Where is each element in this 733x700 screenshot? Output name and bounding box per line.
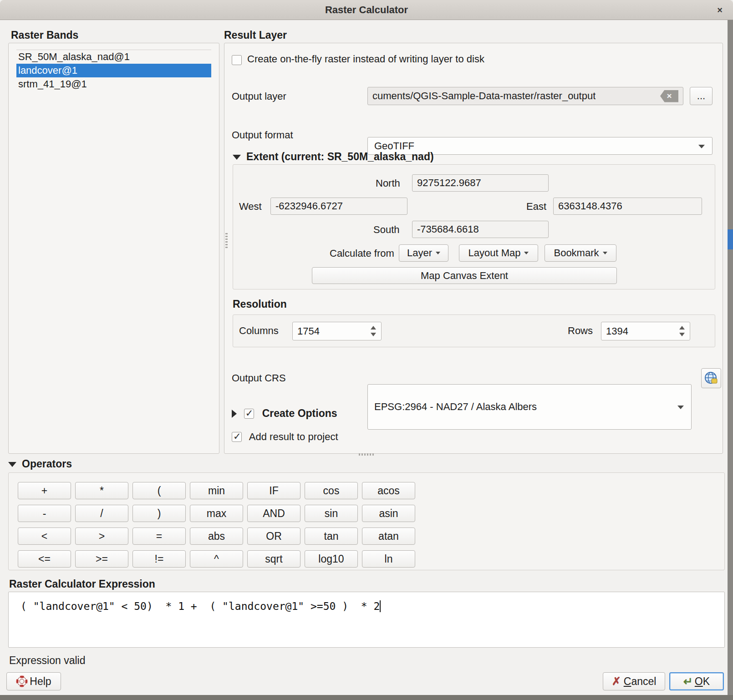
list-item-selected[interactable]: landcover@1 (16, 64, 211, 77)
x-icon: ✗ (612, 675, 621, 688)
raster-bands-heading: Raster Bands (11, 29, 78, 41)
output-format-label: Output format (232, 129, 293, 141)
operator-button[interactable]: ) (132, 505, 186, 522)
operator-button[interactable]: ( (132, 482, 186, 499)
extent-box: North 9275122.9687 West -6232946.6727 Ea… (233, 164, 715, 289)
east-label: East (526, 201, 546, 213)
spinner-arrows-icon[interactable] (367, 324, 379, 338)
window-bottom-edge (0, 695, 733, 700)
ok-label-rest: K (703, 675, 710, 687)
operator-button[interactable]: / (75, 505, 128, 522)
chevron-down-icon (524, 252, 529, 254)
dialog-titlebar[interactable]: Raster Calculator × (0, 0, 733, 20)
operator-button[interactable]: log10 (305, 550, 358, 568)
add-result-row[interactable]: Add result to project (232, 431, 338, 443)
return-arrow-icon: ↵ (683, 675, 693, 688)
west-field[interactable]: -6232946.6727 (270, 198, 407, 215)
operator-button[interactable]: IF (247, 482, 300, 499)
add-result-label: Add result to project (249, 431, 338, 442)
operator-button[interactable]: - (18, 505, 71, 522)
operator-button[interactable]: tan (305, 528, 358, 545)
columns-spinner[interactable]: 1754 (292, 322, 382, 340)
operators-heading-label: Operators (22, 458, 72, 470)
list-item[interactable]: SR_50M_alaska_nad@1 (16, 50, 211, 64)
chevron-down-icon (677, 406, 684, 409)
operators-header[interactable]: Operators (8, 458, 72, 470)
south-field[interactable]: -735684.6618 (412, 221, 549, 238)
operator-button[interactable]: * (75, 482, 128, 499)
extent-header[interactable]: Extent (current: SR_50M_alaska_nad) (233, 151, 434, 163)
expression-heading: Raster Calculator Expression (9, 578, 155, 590)
operator-button[interactable]: max (190, 505, 243, 522)
operator-button[interactable]: <= (18, 550, 71, 568)
operator-button[interactable]: atan (362, 528, 415, 545)
expression-status: Expression valid (9, 654, 85, 667)
browse-button[interactable]: ... (690, 87, 713, 105)
operator-button[interactable]: abs (190, 528, 243, 545)
operator-button[interactable]: min (190, 482, 243, 499)
crs-select-button[interactable] (701, 368, 721, 388)
north-label: North (376, 178, 400, 189)
chevron-down-icon (603, 252, 607, 254)
operator-button[interactable]: sin (305, 505, 358, 522)
layer-dropdown-label: Layer (407, 247, 432, 259)
spinner-arrows-icon[interactable] (676, 324, 688, 338)
create-on-the-fly-checkbox[interactable] (232, 55, 242, 65)
north-field[interactable]: 9275122.9687 (412, 174, 549, 192)
south-label: South (373, 224, 400, 236)
output-crs-label: Output CRS (232, 372, 286, 384)
operator-button[interactable]: AND (247, 505, 300, 522)
rows-spinner[interactable]: 1394 (601, 322, 690, 340)
raster-bands-panel: SR_50M_alaska_nad@1 landcover@1 srtm_41_… (8, 43, 219, 454)
clear-text-icon[interactable]: × (660, 90, 678, 102)
output-layer-field[interactable]: cuments/QGIS-Sample-Data-master/raster_o… (367, 87, 683, 105)
operator-button[interactable]: < (18, 528, 71, 545)
horizontal-splitter-handle[interactable] (359, 453, 375, 456)
help-button[interactable]: Help (6, 672, 61, 690)
east-field[interactable]: 6363148.4376 (553, 198, 702, 215)
output-crs-combo[interactable]: EPSG:2964 - NAD27 / Alaska Albers (367, 384, 692, 430)
layer-dropdown-button[interactable]: Layer (399, 244, 448, 262)
operator-button[interactable]: = (132, 528, 186, 545)
add-result-checkbox[interactable] (232, 432, 242, 442)
text-cursor (380, 600, 381, 612)
resolution-heading: Resolution (233, 298, 287, 310)
operator-button[interactable]: > (75, 528, 128, 545)
operator-button[interactable]: != (132, 550, 186, 568)
expand-triangle-icon[interactable] (232, 410, 237, 418)
operator-button[interactable]: sqrt (247, 550, 300, 568)
operator-button[interactable]: OR (247, 528, 300, 545)
operator-button[interactable]: ^ (190, 550, 243, 568)
lifebuoy-icon (16, 675, 28, 687)
list-item[interactable]: srtm_41_19@1 (16, 77, 211, 91)
close-icon[interactable]: × (712, 0, 728, 20)
chevron-down-icon (698, 145, 705, 148)
scrollbar-track[interactable] (728, 20, 733, 700)
operator-button[interactable]: ln (362, 550, 415, 568)
operator-button[interactable]: >= (75, 550, 128, 568)
globe-icon (703, 370, 719, 386)
operator-button[interactable]: + (18, 482, 71, 499)
create-options-checkbox[interactable] (244, 409, 254, 419)
bookmark-dropdown-button[interactable]: Bookmark (545, 244, 616, 262)
expression-editor[interactable]: ( "landcover@1" < 50) * 1 + ( "landcover… (8, 592, 725, 648)
layout-map-dropdown-label: Layout Map (468, 247, 521, 259)
raster-bands-list[interactable]: SR_50M_alaska_nad@1 landcover@1 srtm_41_… (16, 50, 211, 91)
create-on-the-fly-label: Create on-the-fly raster instead of writ… (247, 53, 484, 65)
map-canvas-extent-button[interactable]: Map Canvas Extent (312, 267, 617, 284)
calculate-from-label: Calculate from (330, 248, 394, 259)
operator-button[interactable]: cos (305, 482, 358, 499)
cancel-button[interactable]: ✗ Cancel (603, 672, 665, 690)
operator-button[interactable]: asin (362, 505, 415, 522)
operator-button[interactable]: acos (362, 482, 415, 499)
vertical-splitter-handle[interactable] (225, 233, 228, 249)
cancel-label-rest: ancel (631, 675, 656, 687)
scrollbar-thumb[interactable] (728, 229, 733, 249)
layout-map-dropdown-button[interactable]: Layout Map (459, 244, 538, 262)
output-layer-value: cuments/QGIS-Sample-Data-master/raster_o… (372, 90, 596, 102)
create-options-row[interactable]: Create Options (232, 407, 337, 420)
ok-button[interactable]: ↵ OK (669, 672, 724, 690)
operators-box: + * ( min IF cos acos - / ) max AND sin … (8, 472, 725, 570)
dialog-title: Raster Calculator (0, 0, 733, 20)
rows-value: 1394 (606, 325, 628, 337)
